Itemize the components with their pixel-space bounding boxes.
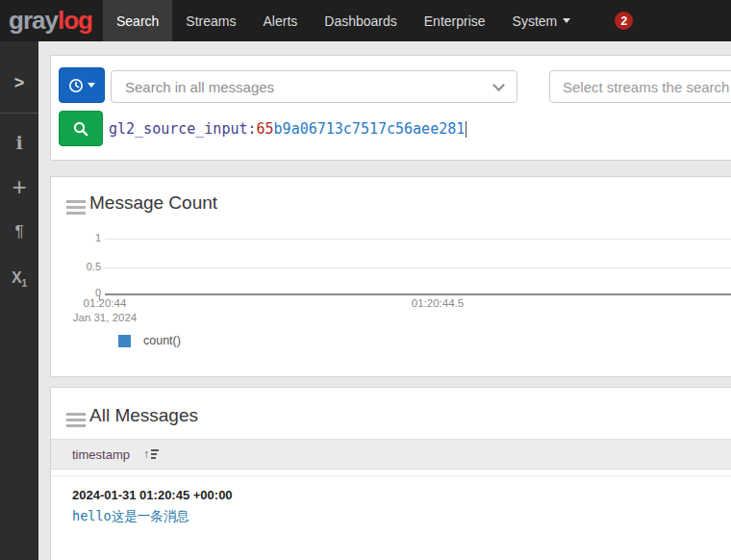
search-icon xyxy=(72,120,89,138)
sort-ascending-icon[interactable]: ↑ xyxy=(143,448,159,460)
nav-item-alerts[interactable]: Alerts xyxy=(249,0,311,41)
message-scope-select[interactable]: Search in all messages xyxy=(111,70,517,103)
notification-count-badge[interactable]: 2 xyxy=(615,12,633,30)
nav-item-streams[interactable]: Streams xyxy=(172,0,249,41)
add-widget-icon[interactable]: + xyxy=(0,174,38,199)
y-tick-0-5: 0.5 xyxy=(64,261,101,272)
query-term-token: b9a06713c7517c56aee281 xyxy=(274,120,466,138)
text-cursor xyxy=(466,121,466,138)
nav-item-enterprise[interactable]: Enterprise xyxy=(411,0,499,41)
gridline-1 xyxy=(105,239,731,240)
top-navbar: graylog Search Streams Alerts Dashboards… xyxy=(0,0,731,41)
query-number-token: 65 xyxy=(257,120,274,138)
legend-swatch-icon xyxy=(118,335,131,347)
logo-text-gray: gray xyxy=(9,6,58,36)
streams-filter-input[interactable] xyxy=(549,70,731,103)
expand-sidebar-icon[interactable]: > xyxy=(0,70,38,95)
x-tick-date: Jan 31, 2024 xyxy=(57,312,153,323)
fields-icon[interactable]: X1 xyxy=(0,266,38,291)
legend-label: count() xyxy=(143,334,181,347)
search-bar-card: Search in all messages gl2_source_input:… xyxy=(50,55,731,161)
sidebar-divider xyxy=(0,113,38,114)
nav-item-search[interactable]: Search xyxy=(103,0,172,41)
message-timestamp: 2024-01-31 01:20:45 +00:00 xyxy=(72,488,233,502)
y-tick-1: 1 xyxy=(64,232,101,243)
formatting-icon[interactable]: ¶ xyxy=(0,219,38,244)
all-messages-widget: All Messages timestamp ↑ 2024-01-31 01:2… xyxy=(50,387,731,560)
time-range-button[interactable] xyxy=(59,67,105,103)
info-icon[interactable]: i xyxy=(0,130,38,155)
chevron-down-icon xyxy=(492,79,505,91)
widget-title: All Messages xyxy=(89,405,198,426)
execute-search-button[interactable] xyxy=(59,111,103,146)
caret-down-icon xyxy=(563,18,570,23)
scope-select-value: Search in all messages xyxy=(125,79,274,95)
graylog-logo[interactable]: graylog xyxy=(0,0,103,41)
messages-table-header: timestamp ↑ xyxy=(51,439,731,470)
legend-item-count[interactable]: count() xyxy=(118,334,181,347)
message-row[interactable]: 2024-01-31 01:20:45 +00:00 hello这是一条消息 xyxy=(51,475,731,476)
clock-icon xyxy=(68,78,84,93)
left-sidebar: > i + ¶ X1 xyxy=(0,41,38,560)
drag-handle-icon[interactable] xyxy=(66,200,86,217)
gridline-0-5 xyxy=(105,267,731,268)
x-tick-time-1: 01:20:44 xyxy=(57,297,153,309)
caret-down-icon xyxy=(88,83,95,88)
x-axis-line xyxy=(105,293,731,295)
drag-handle-icon[interactable] xyxy=(66,413,86,430)
search-query-input[interactable]: gl2_source_input:65b9a06713c7517c56aee28… xyxy=(109,115,731,143)
nav-item-dashboards[interactable]: Dashboards xyxy=(311,0,411,41)
nav-item-system[interactable]: System xyxy=(499,0,585,41)
column-header-timestamp[interactable]: timestamp xyxy=(72,447,130,462)
logo-text-log: log xyxy=(58,6,92,36)
x-tick-time-2: 01:20:44.5 xyxy=(390,297,486,309)
widget-title: Message Count xyxy=(89,192,217,214)
nav-menu: Search Streams Alerts Dashboards Enterpr… xyxy=(103,0,584,41)
message-count-widget: Message Count 1 0.5 0 01:20:44 Jan 31, 2… xyxy=(50,176,731,377)
message-text[interactable]: hello这是一条消息 xyxy=(72,508,189,525)
query-field-token: gl2_source_input: xyxy=(109,120,257,138)
